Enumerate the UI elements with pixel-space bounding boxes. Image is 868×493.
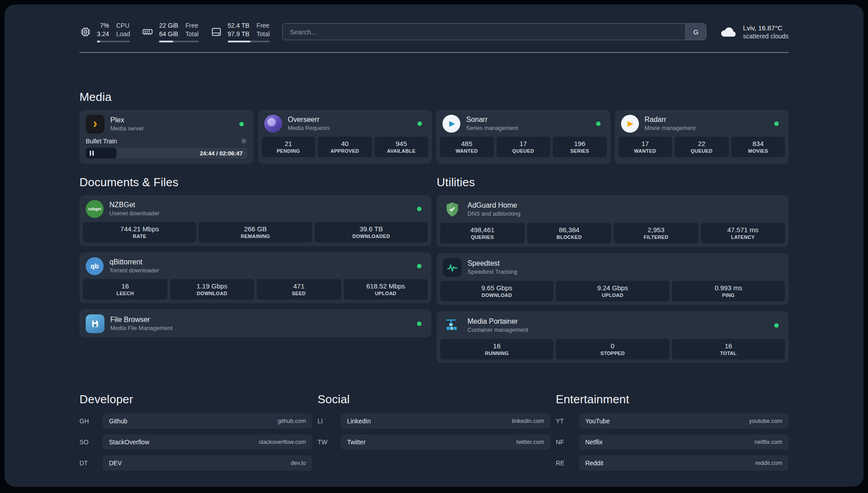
pause-icon[interactable] <box>90 150 94 155</box>
bookmark-netflix[interactable]: Netflix netflix.com <box>579 435 789 450</box>
section-title-social: Social <box>317 393 550 406</box>
stat-seed: 471 SEED <box>257 279 341 300</box>
stat-downloaded: 39.6 TB DOWNLOADED <box>315 222 428 242</box>
app-name: Radarr <box>645 115 696 124</box>
bookmark-github[interactable]: Github github.com <box>103 414 312 429</box>
radarr-icon: ▶ <box>621 115 639 133</box>
bookmark-abbr: DT <box>79 460 103 467</box>
memory-total: 64 GiB <box>159 30 178 38</box>
stat-download: 1.19 Gbps DOWNLOAD <box>170 279 255 300</box>
cpu-label-1: CPU <box>116 21 130 30</box>
status-dot <box>774 323 779 328</box>
qbittorrent-icon: qb <box>86 257 104 275</box>
stat-total: 16 TOTAL <box>672 339 785 359</box>
disk-label-1: Free <box>257 21 270 30</box>
app-card-filebrowser[interactable]: File Browser Media File Management <box>79 309 431 337</box>
disk-label-2: Total <box>257 30 270 38</box>
bookmarks-social: Social LI LinkedIn linkedin.com TW Twitt… <box>317 393 550 476</box>
bookmark-twitter[interactable]: Twitter twitter.com <box>341 435 550 450</box>
bookmark-dev[interactable]: DEV dev.to <box>103 455 312 471</box>
stat-rate: 744.21 Mbps RATE <box>83 222 196 242</box>
section-title-documents: Documents & Files <box>79 175 431 189</box>
bookmark-youtube[interactable]: YouTube youtube.com <box>579 414 789 429</box>
search-provider-button[interactable]: G <box>685 24 706 40</box>
app-desc: Media Requests <box>288 125 330 132</box>
app-desc: Usenet downloader <box>109 210 159 217</box>
bookmark-row: SO StackOverflow stackoverflow.com <box>79 435 312 450</box>
plex-progress-bar[interactable]: 24:44 / 02:06:47 <box>86 148 247 159</box>
bookmark-row: GH Github github.com <box>79 414 312 429</box>
overseerr-icon <box>264 115 282 133</box>
portainer-icon <box>443 316 462 335</box>
app-name: qBittorrent <box>109 258 159 267</box>
bookmark-row: RE Reddit reddit.com <box>556 455 789 471</box>
bookmark-reddit[interactable]: Reddit reddit.com <box>579 455 789 471</box>
disk-bar <box>228 41 270 42</box>
app-name: AdGuard Home <box>467 201 521 210</box>
app-card-speedtest[interactable]: Speedtest Speedtest Tracking 9.65 Gbps D… <box>437 253 789 305</box>
topbar: 7% 3.24 CPU Load <box>79 21 789 42</box>
status-dot <box>596 121 601 126</box>
stat-series: 196 SERIES <box>553 137 607 157</box>
disk-icon <box>210 26 222 38</box>
sonarr-icon: ▶ <box>442 115 460 133</box>
stat-queued: 22 QUEUED <box>675 137 729 157</box>
stat-queries: 498,461 QUERIES <box>440 223 525 243</box>
app-card-sonarr[interactable]: ▶ Sonarr Series management 485 WANTED 17… <box>436 110 610 164</box>
stat-available: 945 AVAILABLE <box>375 137 429 157</box>
stat-queued: 17 QUEUED <box>497 137 551 157</box>
filebrowser-icon <box>86 314 104 333</box>
memory-free: 22 GiB <box>159 21 178 30</box>
cpu-widget: 7% 3.24 CPU Load <box>79 21 130 42</box>
stat-pending: 21 PENDING <box>262 137 316 157</box>
gear-icon[interactable] <box>240 138 247 145</box>
app-card-qbittorrent[interactable]: qb qBittorrent Torrent downloader 16 LEE… <box>79 252 431 303</box>
app-desc: Movie management <box>645 125 696 132</box>
app-desc: Media server <box>110 125 144 132</box>
bookmark-abbr: TW <box>317 439 341 446</box>
memory-icon <box>142 26 154 38</box>
bookmark-abbr: YT <box>556 418 579 425</box>
section-title-developer: Developer <box>79 393 312 406</box>
weather-widget: Lviv, 16.87°C scattered clouds <box>719 24 789 40</box>
search-bar: G <box>282 23 706 40</box>
bookmark-linkedin[interactable]: LinkedIn linkedin.com <box>341 414 550 429</box>
app-desc: DNS and adblocking <box>467 210 521 217</box>
app-card-radarr[interactable]: ▶ Radarr Movie management 17 WANTED 22 Q… <box>615 110 789 164</box>
stat-leech: 16 LEECH <box>83 279 167 300</box>
stat-stopped: 0 STOPPED <box>556 339 669 359</box>
bookmarks-developer: Developer GH Github github.com SO StackO… <box>79 393 312 476</box>
app-desc: Series management <box>466 125 518 132</box>
app-name: Speedtest <box>467 259 517 268</box>
cpu-usage: 7% <box>100 21 109 30</box>
bookmark-row: NF Netflix netflix.com <box>556 435 789 450</box>
disk-widget: 52.4 TB 97.9 TB Free Total <box>210 21 270 42</box>
topbar-divider <box>79 52 789 53</box>
bookmark-row: YT YouTube youtube.com <box>556 414 789 429</box>
bookmark-abbr: SO <box>79 439 103 446</box>
bookmark-abbr: RE <box>556 460 579 467</box>
cpu-bar <box>97 41 130 42</box>
bookmark-stackoverflow[interactable]: StackOverflow stackoverflow.com <box>103 435 312 450</box>
app-card-overseerr[interactable]: Overseerr Media Requests 21 PENDING 40 A… <box>258 110 432 164</box>
bookmark-abbr: GH <box>79 418 103 425</box>
status-dot <box>239 122 244 126</box>
app-card-portainer[interactable]: Media Portainer Container management 16 … <box>437 311 789 363</box>
search-input[interactable] <box>283 24 685 40</box>
stat-ping: 0.993 ms PING <box>672 281 785 301</box>
stat-upload: 618.52 Mbps UPLOAD <box>344 279 428 300</box>
disk-free: 52.4 TB <box>228 21 250 30</box>
media-row: › Plex Media server Bullet Train <box>79 110 789 164</box>
status-dot <box>774 121 779 126</box>
stat-latency: 47.571 ms LATENCY <box>701 223 785 243</box>
weather-location: Lviv, 16.87°C <box>743 24 789 32</box>
memory-label-2: Total <box>185 30 199 38</box>
utilities-column: Utilities AdGuard Home DNS and adblockin… <box>437 175 789 369</box>
stat-download: 9.65 Gbps DOWNLOAD <box>440 281 553 301</box>
cpu-label-2: Load <box>116 30 130 38</box>
stat-approved: 40 APPROVED <box>318 137 372 157</box>
app-card-plex[interactable]: › Plex Media server Bullet Train <box>79 110 254 164</box>
app-card-adguard[interactable]: AdGuard Home DNS and adblocking 498,461 … <box>437 195 789 247</box>
cloud-icon <box>719 25 738 38</box>
app-card-nzbget[interactable]: nzbget NZBGet Usenet downloader 744.21 M… <box>79 195 431 246</box>
